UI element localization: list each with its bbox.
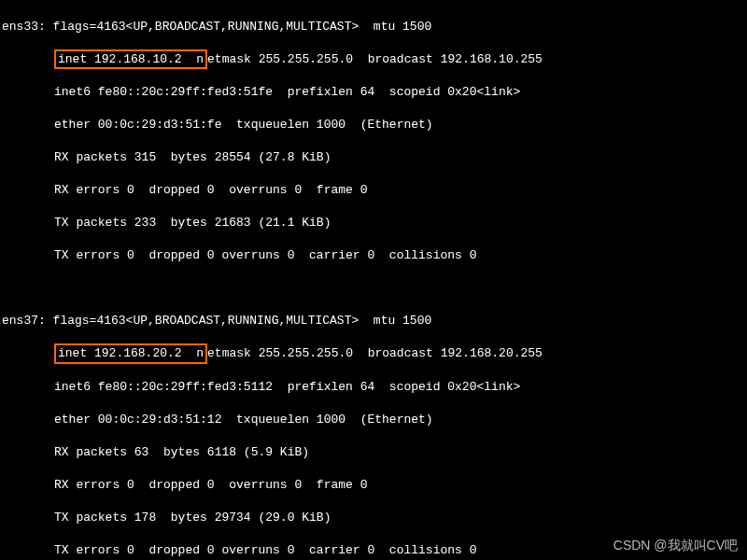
watermark-text: CSDN @我就叫CV吧 xyxy=(613,537,738,554)
iface-ether: ether 00:0c:29:d3:51:fe txqueuelen 1000 … xyxy=(2,117,745,133)
iface-inet6: inet6 fe80::20c:29ff:fed3:5112 prefixlen… xyxy=(2,379,745,396)
iface-rx-packets: RX packets 63 bytes 6118 (5.9 KiB) xyxy=(2,444,745,461)
iface-inet-row: inet 192.168.10.2 netmask 255.255.255.0 … xyxy=(2,51,745,68)
iface-rx-errors: RX errors 0 dropped 0 overruns 0 frame 0 xyxy=(2,182,745,199)
terminal-output: ens33: flags=4163<UP,BROADCAST,RUNNING,M… xyxy=(2,2,745,560)
iface-inet-rest: etmask 255.255.255.0 broadcast 192.168.1… xyxy=(207,52,543,66)
iface-inet-rest: etmask 255.255.255.0 broadcast 192.168.2… xyxy=(207,346,543,360)
highlight-ens37-inet: inet 192.168.20.2 n xyxy=(54,343,207,364)
iface-header: ens37: flags=4163<UP,BROADCAST,RUNNING,M… xyxy=(2,313,745,329)
iface-rx-packets: RX packets 315 bytes 28554 (27.8 KiB) xyxy=(2,149,745,166)
iface-ether: ether 00:0c:29:d3:51:12 txqueuelen 1000 … xyxy=(2,412,745,428)
iface-tx-packets: TX packets 178 bytes 29734 (29.0 KiB) xyxy=(2,510,745,526)
iface-tx-packets: TX packets 233 bytes 21683 (21.1 KiB) xyxy=(2,215,745,231)
iface-tx-errors: TX errors 0 dropped 0 overruns 0 carrier… xyxy=(2,247,745,264)
iface-inet6: inet6 fe80::20c:29ff:fed3:51fe prefixlen… xyxy=(2,84,745,101)
highlight-ens33-inet: inet 192.168.10.2 n xyxy=(54,49,207,70)
iface-inet-row: inet 192.168.20.2 netmask 255.255.255.0 … xyxy=(2,345,745,362)
iface-rx-errors: RX errors 0 dropped 0 overruns 0 frame 0 xyxy=(2,477,745,494)
iface-header: ens33: flags=4163<UP,BROADCAST,RUNNING,M… xyxy=(2,19,745,35)
